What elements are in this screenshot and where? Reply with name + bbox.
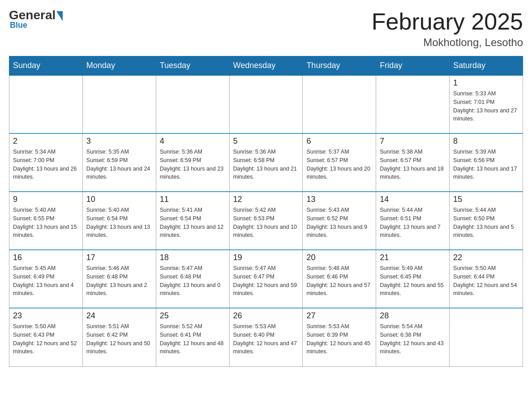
day-number: 21: [380, 253, 446, 262]
calendar-day-cell: 2Sunrise: 5:34 AMSunset: 7:00 PMDaylight…: [9, 133, 83, 192]
calendar-day-cell: 27Sunrise: 5:53 AMSunset: 6:39 PMDayligh…: [303, 308, 376, 366]
day-number: 20: [306, 253, 372, 262]
day-number: 11: [160, 195, 226, 204]
calendar-day-cell: 22Sunrise: 5:50 AMSunset: 6:44 PMDayligh…: [450, 250, 523, 308]
day-info: Sunrise: 5:35 AMSunset: 6:59 PMDaylight:…: [86, 148, 152, 181]
calendar-day-cell: 24Sunrise: 5:51 AMSunset: 6:42 PMDayligh…: [82, 308, 156, 366]
calendar-day-cell: 4Sunrise: 5:36 AMSunset: 6:59 PMDaylight…: [156, 133, 229, 192]
calendar-day-cell: 16Sunrise: 5:45 AMSunset: 6:49 PMDayligh…: [9, 250, 83, 308]
calendar-day-cell: 18Sunrise: 5:47 AMSunset: 6:48 PMDayligh…: [156, 250, 229, 308]
day-info: Sunrise: 5:41 AMSunset: 6:54 PMDaylight:…: [160, 206, 226, 240]
calendar-day-cell: [9, 75, 83, 133]
calendar-day-cell: 10Sunrise: 5:40 AMSunset: 6:54 PMDayligh…: [82, 192, 156, 250]
calendar-day-cell: [376, 75, 450, 133]
day-number: 16: [13, 253, 79, 262]
day-number: 26: [233, 311, 299, 321]
page-header: General Blue February 2025 Mokhotlong, L…: [9, 9, 523, 49]
day-number: 3: [86, 137, 152, 146]
day-number: 23: [13, 311, 79, 321]
day-number: 14: [380, 195, 446, 204]
day-of-week-header: Sunday: [9, 56, 83, 76]
day-number: 27: [306, 311, 372, 321]
day-of-week-header: Friday: [376, 56, 450, 76]
calendar-day-cell: 1Sunrise: 5:33 AMSunset: 7:01 PMDaylight…: [450, 75, 523, 133]
calendar-day-cell: 5Sunrise: 5:36 AMSunset: 6:58 PMDaylight…: [229, 133, 303, 192]
calendar-day-cell: 20Sunrise: 5:48 AMSunset: 6:46 PMDayligh…: [303, 250, 376, 308]
day-info: Sunrise: 5:49 AMSunset: 6:45 PMDaylight:…: [380, 264, 446, 298]
calendar-day-cell: 9Sunrise: 5:40 AMSunset: 6:55 PMDaylight…: [9, 192, 83, 250]
day-of-week-header: Monday: [82, 56, 156, 76]
calendar-day-cell: 13Sunrise: 5:43 AMSunset: 6:52 PMDayligh…: [303, 192, 376, 250]
calendar-week-row: 16Sunrise: 5:45 AMSunset: 6:49 PMDayligh…: [9, 250, 523, 308]
calendar-day-cell: 21Sunrise: 5:49 AMSunset: 6:45 PMDayligh…: [376, 250, 450, 308]
calendar-week-row: 9Sunrise: 5:40 AMSunset: 6:55 PMDaylight…: [9, 192, 523, 250]
day-info: Sunrise: 5:42 AMSunset: 6:53 PMDaylight:…: [233, 206, 299, 240]
day-info: Sunrise: 5:37 AMSunset: 6:57 PMDaylight:…: [306, 148, 372, 181]
day-info: Sunrise: 5:53 AMSunset: 6:39 PMDaylight:…: [306, 322, 372, 356]
day-number: 12: [233, 195, 299, 204]
calendar-day-cell: 15Sunrise: 5:44 AMSunset: 6:50 PMDayligh…: [450, 192, 523, 250]
day-number: 8: [453, 137, 519, 146]
logo-blue-text: Blue: [10, 21, 27, 30]
day-number: 28: [380, 311, 446, 321]
day-of-week-header: Wednesday: [229, 56, 303, 76]
calendar-day-cell: [156, 75, 229, 133]
day-info: Sunrise: 5:44 AMSunset: 6:51 PMDaylight:…: [380, 206, 446, 240]
calendar-table: SundayMondayTuesdayWednesdayThursdayFrid…: [9, 56, 523, 367]
day-number: 9: [13, 195, 79, 204]
calendar-day-cell: [82, 75, 156, 133]
day-number: 25: [160, 311, 226, 321]
day-info: Sunrise: 5:39 AMSunset: 6:56 PMDaylight:…: [453, 148, 519, 181]
day-number: 15: [453, 195, 519, 204]
calendar-week-row: 2Sunrise: 5:34 AMSunset: 7:00 PMDaylight…: [9, 133, 523, 192]
day-number: 18: [160, 253, 226, 262]
day-number: 19: [233, 253, 299, 262]
day-number: 22: [453, 253, 519, 262]
day-info: Sunrise: 5:52 AMSunset: 6:41 PMDaylight:…: [160, 322, 226, 356]
day-info: Sunrise: 5:45 AMSunset: 6:49 PMDaylight:…: [13, 264, 79, 298]
day-info: Sunrise: 5:43 AMSunset: 6:52 PMDaylight:…: [306, 206, 372, 240]
location-title: Mokhotlong, Lesotho: [372, 36, 523, 49]
day-info: Sunrise: 5:47 AMSunset: 6:47 PMDaylight:…: [233, 264, 299, 298]
day-info: Sunrise: 5:36 AMSunset: 6:59 PMDaylight:…: [160, 148, 226, 181]
logo: General Blue: [9, 9, 63, 30]
day-info: Sunrise: 5:40 AMSunset: 6:54 PMDaylight:…: [86, 206, 152, 240]
calendar-day-cell: 23Sunrise: 5:50 AMSunset: 6:43 PMDayligh…: [9, 308, 83, 366]
day-info: Sunrise: 5:34 AMSunset: 7:00 PMDaylight:…: [13, 148, 79, 181]
calendar-header-row: SundayMondayTuesdayWednesdayThursdayFrid…: [9, 56, 523, 76]
day-number: 2: [13, 137, 79, 146]
title-section: February 2025 Mokhotlong, Lesotho: [372, 9, 523, 49]
calendar-day-cell: [229, 75, 303, 133]
calendar-day-cell: 26Sunrise: 5:53 AMSunset: 6:40 PMDayligh…: [229, 308, 303, 366]
calendar-day-cell: 11Sunrise: 5:41 AMSunset: 6:54 PMDayligh…: [156, 192, 229, 250]
day-info: Sunrise: 5:36 AMSunset: 6:58 PMDaylight:…: [233, 148, 299, 181]
logo-arrow-icon: [56, 11, 63, 21]
calendar-day-cell: 25Sunrise: 5:52 AMSunset: 6:41 PMDayligh…: [156, 308, 229, 366]
day-info: Sunrise: 5:46 AMSunset: 6:48 PMDaylight:…: [86, 264, 152, 298]
day-info: Sunrise: 5:38 AMSunset: 6:57 PMDaylight:…: [380, 148, 446, 181]
day-info: Sunrise: 5:33 AMSunset: 7:01 PMDaylight:…: [453, 90, 519, 123]
day-of-week-header: Tuesday: [156, 56, 229, 76]
day-info: Sunrise: 5:50 AMSunset: 6:44 PMDaylight:…: [453, 264, 519, 298]
calendar-day-cell: 28Sunrise: 5:54 AMSunset: 6:38 PMDayligh…: [376, 308, 450, 366]
calendar-day-cell: [450, 308, 523, 366]
calendar-day-cell: 7Sunrise: 5:38 AMSunset: 6:57 PMDaylight…: [376, 133, 450, 192]
day-of-week-header: Thursday: [303, 56, 376, 76]
calendar-day-cell: 6Sunrise: 5:37 AMSunset: 6:57 PMDaylight…: [303, 133, 376, 192]
calendar-week-row: 1Sunrise: 5:33 AMSunset: 7:01 PMDaylight…: [9, 75, 523, 133]
day-info: Sunrise: 5:51 AMSunset: 6:42 PMDaylight:…: [86, 322, 152, 356]
day-number: 7: [380, 137, 446, 146]
month-title: February 2025: [372, 9, 523, 34]
day-info: Sunrise: 5:54 AMSunset: 6:38 PMDaylight:…: [380, 322, 446, 356]
day-number: 5: [233, 137, 299, 146]
calendar-day-cell: 14Sunrise: 5:44 AMSunset: 6:51 PMDayligh…: [376, 192, 450, 250]
day-info: Sunrise: 5:50 AMSunset: 6:43 PMDaylight:…: [13, 322, 79, 356]
logo-general-text: General: [9, 9, 56, 21]
day-info: Sunrise: 5:53 AMSunset: 6:40 PMDaylight:…: [233, 322, 299, 356]
day-number: 4: [160, 137, 226, 146]
calendar-day-cell: 12Sunrise: 5:42 AMSunset: 6:53 PMDayligh…: [229, 192, 303, 250]
day-of-week-header: Saturday: [450, 56, 523, 76]
day-number: 1: [453, 78, 519, 88]
day-number: 10: [86, 195, 152, 204]
calendar-week-row: 23Sunrise: 5:50 AMSunset: 6:43 PMDayligh…: [9, 308, 523, 366]
